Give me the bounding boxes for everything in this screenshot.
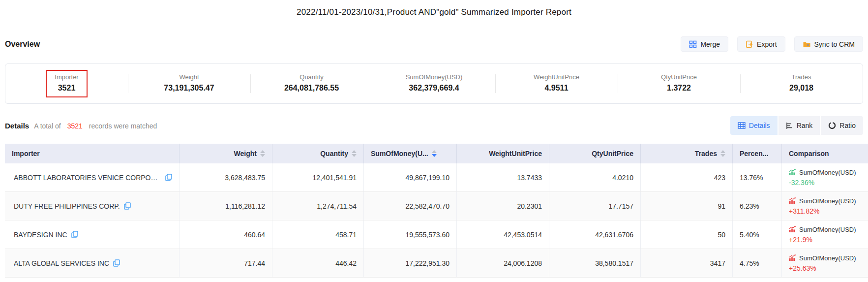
quantity-cell: 1,274,711.54 [272,192,364,220]
stat-value: 264,081,786.55 [284,83,339,94]
sum-of-money-cell: 17,222,951.30 [364,249,457,277]
comparison-change: +25.63% [789,264,816,272]
toolbar: Merge Export Sync to CRM [681,36,863,52]
sum-of-money-cell: 19,555,573.60 [364,220,457,249]
column-header-qty-unit-price: QtyUnitPrice [549,144,641,163]
details-header: Details A total of 3521 records were mat… [5,116,863,135]
sort-carets-icon[interactable] [720,150,725,157]
overview-stat: Quantity 264,081,786.55 [250,64,373,103]
importer-report-page: 2022/11/01-2023/10/31,Product AND"gold" … [0,0,868,278]
tab-details-label: Details [749,122,770,129]
weight-unit-price-cell: 42,453.0514 [457,220,549,249]
sort-carets-icon[interactable] [432,150,437,157]
weight-unit-price-cell: 20.2301 [457,192,549,220]
match-count: 3521 [66,122,84,130]
stat-label: QtyUnitPrice [661,73,697,82]
sort-carets-icon[interactable] [352,150,357,157]
details-summary: Details A total of 3521 records were mat… [5,122,157,130]
trades-cell: 423 [641,163,733,191]
comparison-cell: SumOfMoney(USD) +311.82% [782,192,868,220]
overview-stat: Importer 3521 [5,64,128,103]
match-suffix: records were matched [89,122,157,130]
weight-cell: 3,628,483.75 [180,163,272,191]
copy-icon[interactable] [124,202,131,210]
view-switcher: Details Rank Ratio [730,116,863,135]
importer-name: ALTA GLOBAL SERVICES INC [14,259,109,267]
table-row[interactable]: ALTA GLOBAL SERVICES INC 717.44 446.42 1… [5,249,868,278]
stat-value: 1.3722 [661,83,697,94]
comparison-change: +21.9% [789,236,812,244]
qty-unit-price-cell: 42,631.6706 [549,220,641,249]
stat-label: Weight [164,73,214,82]
table-row[interactable]: DUTY FREE PHILIPPINES CORP. 1,116,281.12… [5,192,868,220]
match-prefix: A total of [34,122,60,130]
importer-name: DUTY FREE PHILIPPINES CORP. [14,202,120,210]
stat-value: 362,379,669.4 [406,83,463,94]
details-heading: Details [5,122,29,130]
overview-header: Overview Merge Export Sync to CRM [5,36,863,52]
stat-label: WeightUnitPrice [534,73,579,82]
merge-button[interactable]: Merge [681,36,728,52]
comparison-metric: SumOfMoney(USD) [799,226,856,233]
importer-name: ABBOTT LABORATORIES VENICE CORPORAT... [14,174,161,182]
ratio-pie-icon [828,122,836,129]
tab-ratio[interactable]: Ratio [821,116,863,135]
trades-cell: 3417 [641,249,733,277]
table-row[interactable]: ABBOTT LABORATORIES VENICE CORPORAT... 3… [5,163,868,192]
stat-value: 29,018 [789,83,813,94]
trend-chart-icon [789,197,796,204]
weight-cell: 1,116,281.12 [180,192,272,220]
table-row[interactable]: BAYDESIGN INC 460.64 458.71 19,555,573.6… [5,220,868,249]
importer-name: BAYDESIGN INC [14,231,67,239]
copy-icon[interactable] [113,259,120,267]
trades-cell: 91 [641,192,733,220]
stat-label: Importer [55,73,78,82]
stat-label: SumOfMoney(USD) [406,73,463,82]
column-header-trades[interactable]: Trades [641,144,733,163]
column-header-weight[interactable]: Weight [180,144,272,163]
comparison-change: +311.82% [789,207,819,215]
trend-chart-icon [789,226,796,233]
sort-carets-icon[interactable] [260,150,265,157]
overview-stat: WeightUnitPrice 4.9511 [495,64,618,103]
tab-details[interactable]: Details [730,116,778,135]
page-title: 2022/11/01-2023/10/31,Product AND"gold" … [5,0,863,17]
copy-icon[interactable] [165,174,172,181]
tab-rank[interactable]: Rank [778,116,820,135]
overview-stat: Weight 73,191,305.47 [128,64,250,103]
tab-rank-label: Rank [797,122,813,129]
comparison-change: -32.36% [789,179,814,187]
percent-cell: 4.75% [733,249,782,277]
export-button[interactable]: Export [737,36,785,52]
column-header-importer: Importer [5,144,180,163]
comparison-metric: SumOfMoney(USD) [799,197,856,205]
comparison-cell: SumOfMoney(USD) -32.36% [782,163,868,191]
column-header-quantity[interactable]: Quantity [272,144,364,163]
stat-value: 73,191,305.47 [164,83,214,94]
stat-value: 3521 [55,83,78,94]
percent-cell: 6.23% [733,192,782,220]
qty-unit-price-cell: 17.7157 [549,192,641,220]
column-header-sum-of-money[interactable]: SumOfMoney(U... [364,144,457,163]
comparison-cell: SumOfMoney(USD) +25.63% [782,249,868,277]
trades-cell: 50 [641,220,733,249]
overview-stat: Trades 29,018 [740,64,863,103]
importers-table: Importer Weight Quantity SumOfMoney(U...… [5,144,868,278]
copy-icon[interactable] [71,231,78,238]
merge-icon [689,40,697,48]
percent-cell: 13.76% [733,163,782,191]
column-header-percent: Percen... [733,144,782,163]
overview-heading: Overview [5,40,40,49]
column-header-comparison: Comparison [782,144,868,163]
stat-label: Quantity [284,73,339,82]
sync-folder-icon [803,40,811,48]
quantity-cell: 446.42 [272,249,364,277]
sum-of-money-cell: 22,582,470.70 [364,192,457,220]
sync-to-crm-button[interactable]: Sync to CRM [794,36,863,52]
overview-stat: QtyUnitPrice 1.3722 [618,64,740,103]
rank-chart-icon [786,122,793,129]
comparison-metric: SumOfMoney(USD) [799,169,856,176]
overview-stat: SumOfMoney(USD) 362,379,669.4 [373,64,495,103]
trend-chart-icon [789,254,796,261]
tab-ratio-label: Ratio [839,122,856,129]
